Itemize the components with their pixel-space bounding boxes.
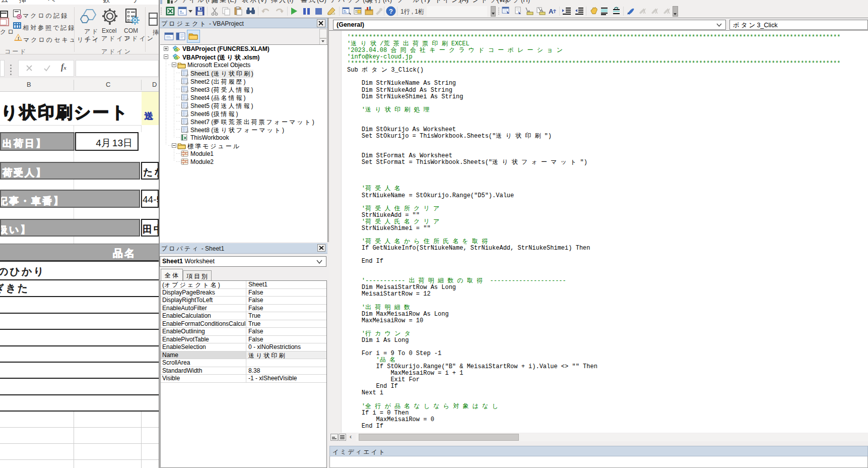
svg-text:?: ? bbox=[389, 8, 393, 15]
svg-text:A: A bbox=[549, 8, 554, 15]
